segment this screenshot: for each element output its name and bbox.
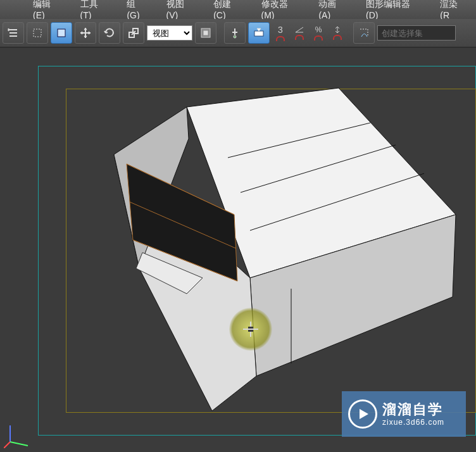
rotate-tool-button[interactable] bbox=[99, 22, 120, 44]
svg-line-23 bbox=[4, 442, 10, 448]
safe-frame-inner bbox=[66, 89, 476, 413]
move-tool-button[interactable] bbox=[75, 22, 96, 44]
main-toolbar: 视图 3 % bbox=[0, 19, 476, 47]
svg-line-17 bbox=[130, 202, 235, 248]
safe-frame-outer bbox=[38, 66, 476, 436]
model-box bbox=[38, 66, 476, 436]
svg-marker-8 bbox=[187, 88, 456, 278]
world-axis-gizmo bbox=[4, 420, 32, 448]
magnet-icon bbox=[333, 35, 342, 40]
magnet-icon bbox=[276, 36, 285, 41]
svg-line-20 bbox=[133, 240, 237, 281]
svg-point-6 bbox=[234, 35, 236, 38]
magnet-icon bbox=[314, 35, 323, 41]
named-selection-tool[interactable] bbox=[353, 22, 375, 44]
manipulate-button[interactable] bbox=[224, 22, 246, 44]
svg-marker-12 bbox=[250, 215, 456, 376]
select-region-button[interactable] bbox=[27, 22, 48, 44]
menu-bar: 编辑(E) 工具(T) 组(G) 视图(V) 创建(C) 修改器(M) 动画(A… bbox=[0, 0, 476, 20]
watermark-title: 溜溜自学 bbox=[382, 401, 444, 418]
keyboard-shortcut-override-button[interactable] bbox=[248, 22, 270, 44]
svg-line-11 bbox=[250, 173, 424, 230]
reference-coordinate-dropdown[interactable]: 视图 bbox=[147, 25, 192, 41]
svg-marker-16 bbox=[127, 164, 237, 281]
named-selection-input[interactable] bbox=[377, 25, 456, 41]
watermark: 溜溜自学 zixue.3d66.com bbox=[342, 391, 466, 437]
snap-group: 3 % bbox=[272, 23, 346, 42]
svg-marker-15 bbox=[114, 107, 189, 268]
select-object-button[interactable] bbox=[51, 22, 72, 44]
svg-line-9 bbox=[228, 123, 370, 158]
svg-marker-14 bbox=[114, 154, 256, 411]
percent-snap-toggle[interactable]: % bbox=[310, 23, 327, 42]
angle-snap-toggle[interactable] bbox=[291, 23, 308, 42]
svg-line-22 bbox=[10, 442, 28, 446]
pivot-center-button[interactable] bbox=[195, 22, 216, 44]
scale-tool-button[interactable] bbox=[123, 22, 144, 44]
svg-line-19 bbox=[127, 164, 234, 215]
magnet-icon bbox=[295, 35, 304, 40]
svg-rect-7 bbox=[254, 31, 263, 36]
svg-line-10 bbox=[241, 145, 396, 192]
svg-marker-18 bbox=[136, 253, 203, 294]
svg-rect-1 bbox=[58, 29, 65, 37]
perspective-viewport[interactable] bbox=[38, 66, 476, 436]
watermark-url: zixue.3d66.com bbox=[382, 418, 444, 427]
play-icon bbox=[348, 399, 377, 429]
svg-rect-0 bbox=[34, 29, 41, 37]
snap-3d-toggle[interactable]: 3 bbox=[272, 23, 289, 42]
stage: 溜溜自学 zixue.3d66.com bbox=[0, 49, 476, 452]
spinner-snap-toggle[interactable] bbox=[329, 23, 346, 42]
svg-rect-5 bbox=[204, 31, 208, 35]
select-list-button[interactable] bbox=[3, 22, 24, 44]
